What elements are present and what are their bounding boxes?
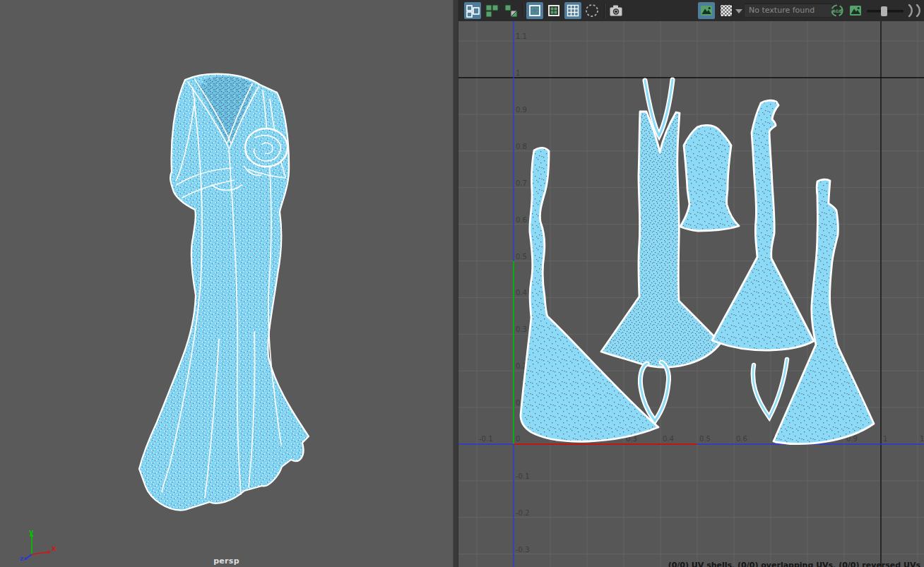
svg-text:0.6: 0.6 — [736, 435, 747, 443]
dress-silhouette — [139, 74, 309, 511]
svg-text:-0.2: -0.2 — [516, 509, 530, 517]
svg-text:0.9: 0.9 — [516, 106, 527, 114]
toolbar-expand-chevrons[interactable] — [906, 2, 924, 19]
dim-slider[interactable] — [865, 2, 905, 19]
panel-divider[interactable] — [453, 0, 458, 567]
camera-name-label: persp — [0, 556, 453, 566]
checker-cells-button[interactable] — [545, 2, 562, 19]
dress-model[interactable] — [0, 0, 453, 567]
checker-map-button[interactable] — [718, 2, 735, 19]
grid-tiles-button[interactable] — [564, 2, 581, 19]
maya-window: y x z persp — [0, 0, 924, 567]
svg-text:0.4: 0.4 — [516, 289, 527, 297]
toolbar-separator — [523, 4, 524, 18]
svg-text:-0.1: -0.1 — [516, 472, 530, 480]
svg-text:1: 1 — [516, 69, 520, 77]
svg-text:0.4: 0.4 — [663, 435, 674, 443]
tile-fill-button[interactable] — [483, 2, 500, 19]
svg-text:-0.1: -0.1 — [479, 435, 493, 443]
image-display-button[interactable] — [698, 2, 715, 19]
svg-text:0: 0 — [516, 435, 520, 443]
rgb-channels-button[interactable]: RGB — [829, 2, 846, 19]
uv-grid — [458, 21, 924, 567]
dim-image-button[interactable] — [584, 2, 600, 19]
image-ratio-button[interactable] — [847, 2, 864, 19]
svg-text:0.8: 0.8 — [516, 143, 527, 150]
svg-text:1.1: 1.1 — [516, 32, 527, 40]
uv-editor-panel: No texture found RGB — [458, 0, 924, 567]
uv-layout-button[interactable] — [464, 2, 481, 19]
uv-editor-toolbar: No texture found RGB — [458, 0, 924, 21]
texture-name-field[interactable]: No texture found — [744, 4, 833, 18]
svg-text:-0.3: -0.3 — [516, 546, 530, 554]
gizmo-y-label: y — [29, 528, 34, 536]
svg-text:1: 1 — [883, 435, 887, 443]
tile-distortion-button[interactable] — [502, 2, 519, 19]
texture-dropdown-caret[interactable] — [734, 2, 744, 19]
svg-text:1.1: 1.1 — [920, 435, 924, 443]
uv-canvas[interactable]: -0.100.10.20.30.40.50.60.70.80.911.11.11… — [458, 21, 924, 567]
svg-text:0.5: 0.5 — [516, 253, 527, 261]
svg-text:0.7: 0.7 — [516, 179, 527, 187]
perspective-viewport[interactable]: y x z persp — [0, 0, 453, 567]
toolbar-separator — [604, 4, 605, 18]
svg-text:0.6: 0.6 — [516, 216, 527, 224]
svg-text:0.3: 0.3 — [516, 326, 527, 333]
svg-text:0.5: 0.5 — [699, 435, 711, 443]
uv-snapshot-button[interactable] — [608, 2, 624, 19]
gizmo-x-label: x — [52, 544, 57, 552]
uv-statistics-label: (0/0) UV shells, (0/0) overlapping UVs, … — [668, 561, 920, 567]
svg-text:RGB: RGB — [832, 8, 843, 13]
shell-border-button[interactable] — [526, 2, 543, 19]
